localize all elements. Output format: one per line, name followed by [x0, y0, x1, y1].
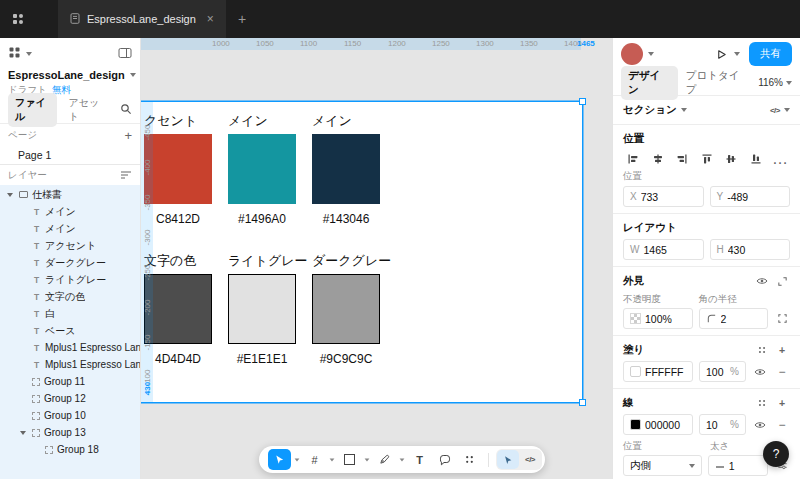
stroke-weight-field[interactable]	[708, 455, 768, 476]
stroke-weight-input[interactable]	[729, 460, 761, 472]
pen-tool-chevron-icon[interactable]	[400, 458, 405, 461]
open-file-tab[interactable]: EspressoLane_design ×	[58, 0, 226, 38]
corner-radius-field[interactable]	[699, 308, 769, 329]
selection-handle[interactable]	[579, 399, 586, 406]
align-bottom-icon[interactable]	[748, 151, 764, 167]
layer-row[interactable]: Tメイン	[0, 203, 140, 220]
layer-row[interactable]: Group 10	[0, 407, 140, 424]
layer-row[interactable]: Tメイン	[0, 220, 140, 237]
close-tab-icon[interactable]: ×	[207, 12, 214, 26]
height-field[interactable]: H	[710, 239, 791, 260]
add-page-button[interactable]: +	[124, 128, 132, 143]
visibility-eye-icon[interactable]	[754, 273, 770, 289]
fill-color-swatch[interactable]	[630, 366, 641, 377]
fill-color-field[interactable]: FFFFFF	[623, 361, 693, 382]
help-button[interactable]: ?	[763, 441, 789, 467]
text-tool-button[interactable]: T	[408, 449, 431, 470]
width-field[interactable]: W	[623, 239, 704, 260]
toggle-sidebar-icon[interactable]	[118, 45, 132, 63]
figma-logo-icon[interactable]	[12, 13, 24, 25]
expand-icon[interactable]	[774, 273, 790, 289]
remove-fill-icon[interactable]: −	[774, 364, 790, 380]
layer-row[interactable]: Tベース	[0, 322, 140, 339]
color-swatch[interactable]	[228, 274, 296, 344]
x-position-input[interactable]	[641, 191, 697, 203]
align-top-icon[interactable]	[699, 151, 715, 167]
color-swatch-cell[interactable]: クセントC8412D	[144, 112, 212, 226]
account-chevron-icon[interactable]	[648, 52, 654, 56]
section-chevron-icon[interactable]	[681, 108, 687, 112]
avatar[interactable]	[621, 43, 643, 65]
y-position-field[interactable]: Y	[710, 186, 791, 207]
layer-expand-chevron-icon[interactable]	[19, 428, 28, 437]
section-label[interactable]: セクション	[623, 103, 677, 117]
color-swatch-cell[interactable]: メイン#143046	[312, 112, 380, 226]
color-swatch[interactable]	[312, 274, 380, 344]
layer-row[interactable]: T文字の色	[0, 288, 140, 305]
layer-row[interactable]: Group 11	[0, 373, 140, 390]
layer-row[interactable]: Group 12	[0, 390, 140, 407]
stroke-position-select[interactable]: 内側	[623, 455, 702, 476]
x-position-field[interactable]: X	[623, 186, 704, 207]
add-fill-icon[interactable]: +	[774, 342, 790, 358]
tab-design[interactable]: デザイン	[621, 66, 678, 100]
move-tool-chevron-icon[interactable]	[295, 458, 300, 461]
search-icon[interactable]	[120, 101, 132, 119]
independent-corners-icon[interactable]	[774, 311, 790, 327]
stroke-color-swatch[interactable]	[630, 419, 641, 430]
stroke-color-field[interactable]: 000000	[623, 414, 693, 435]
remove-stroke-icon[interactable]: −	[774, 417, 790, 433]
color-swatch[interactable]	[144, 134, 212, 204]
design-mode-pointer-icon[interactable]	[497, 450, 519, 469]
layer-row[interactable]: Group 18	[0, 441, 140, 458]
color-swatch[interactable]	[228, 134, 296, 204]
layers-options-icon[interactable]	[120, 166, 132, 184]
height-input[interactable]	[728, 244, 783, 256]
section-options-chevron-icon[interactable]	[784, 108, 790, 112]
layer-row[interactable]: Tダークグレー	[0, 254, 140, 271]
color-swatch-cell[interactable]: 文字の色4D4D4D	[144, 252, 212, 366]
layer-row[interactable]: TMplus1 Espresso Laneは、小倉駅	[0, 339, 140, 356]
file-name[interactable]: EspressoLane_design	[8, 69, 125, 81]
frame-tool-chevron-icon[interactable]	[330, 458, 335, 461]
selection-handle[interactable]	[579, 98, 586, 105]
layer-row[interactable]: T白	[0, 305, 140, 322]
present-chevron-icon[interactable]	[734, 52, 740, 56]
shape-tool-button[interactable]	[338, 449, 361, 470]
corner-radius-input[interactable]	[721, 313, 762, 325]
main-menu-icon[interactable]	[8, 45, 21, 63]
align-left-icon[interactable]	[625, 151, 641, 167]
comment-tool-button[interactable]	[433, 449, 456, 470]
color-swatch-cell[interactable]: ダークグレー#9C9C9C	[312, 252, 380, 366]
fill-opacity-input[interactable]	[706, 366, 726, 378]
fill-eye-icon[interactable]	[752, 364, 768, 380]
align-right-icon[interactable]	[674, 151, 690, 167]
canvas-frame[interactable]: クセントC8412Dメイン#1496A0メイン#143046文字の色4D4D4D…	[141, 102, 582, 402]
opacity-field[interactable]	[623, 308, 693, 329]
frame-tool-button[interactable]: #	[303, 449, 326, 470]
pen-tool-button[interactable]	[373, 449, 396, 470]
layer-row[interactable]: Tライトグレー	[0, 271, 140, 288]
stroke-styles-icon[interactable]	[754, 395, 770, 411]
stroke-eye-icon[interactable]	[752, 417, 768, 433]
width-input[interactable]	[643, 244, 696, 256]
layer-expand-chevron-icon[interactable]	[6, 190, 15, 199]
fill-styles-icon[interactable]	[754, 342, 770, 358]
color-swatch[interactable]	[312, 134, 380, 204]
color-swatch[interactable]	[144, 274, 212, 344]
add-stroke-icon[interactable]: +	[774, 395, 790, 411]
dev-mode-toggle[interactable]: </>	[496, 449, 542, 470]
align-more-icon[interactable]: …	[772, 151, 788, 167]
stroke-opacity-field[interactable]: %	[699, 414, 746, 435]
opacity-input[interactable]	[645, 313, 686, 325]
move-tool-button[interactable]	[268, 449, 291, 470]
tab-prototype[interactable]: プロトタイプ	[686, 69, 750, 97]
tab-assets[interactable]: アセット	[62, 93, 111, 127]
y-position-input[interactable]	[727, 191, 783, 203]
main-menu-chevron-icon[interactable]	[26, 52, 32, 56]
color-swatch-cell[interactable]: ライトグレー#E1E1E1	[228, 252, 296, 366]
new-tab-button[interactable]: +	[238, 11, 246, 27]
share-button[interactable]: 共有	[749, 42, 792, 66]
stroke-opacity-input[interactable]	[706, 419, 726, 431]
zoom-control[interactable]: 116%	[758, 77, 792, 88]
